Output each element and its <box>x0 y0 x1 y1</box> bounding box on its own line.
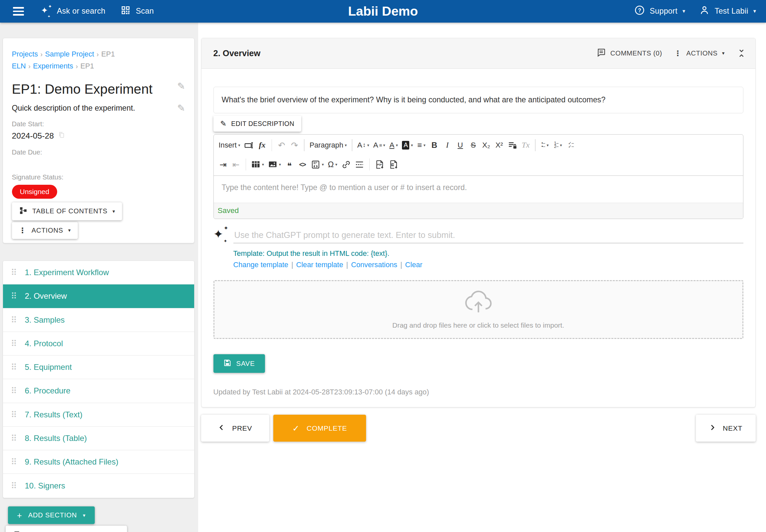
chevron-down-icon: ▾ <box>753 8 756 14</box>
section-item-4[interactable]: ⠿ 4. Protocol <box>3 332 194 356</box>
plus-icon: + <box>17 512 22 518</box>
user-menu[interactable]: Test Labii ▾ <box>699 5 756 18</box>
add-default-section-button[interactable]: ADD DEFAULT SECTION ▾ <box>6 526 127 532</box>
bulleted-list-dropdown[interactable]: •– •–▾ <box>539 137 552 153</box>
svg-text:?: ? <box>638 8 641 13</box>
edit-title-icon[interactable]: ✎ <box>177 81 185 92</box>
drag-handle-icon[interactable]: ⠿ <box>3 291 25 301</box>
drag-handle-icon[interactable]: ⠿ <box>3 457 25 467</box>
indent-icon[interactable]: ⇥ <box>217 157 230 172</box>
breadcrumb-eln[interactable]: ELN <box>12 62 26 70</box>
section-item-8[interactable]: ⠿ 8. Results (Table) <box>3 427 194 450</box>
chevron-down-icon: ▾ <box>83 512 85 518</box>
editor-content[interactable]: Type the content here! Type @ to mention… <box>214 176 743 203</box>
insert-table-dropdown[interactable]: ▾ <box>249 157 266 172</box>
code-block-dropdown[interactable]: ▾ <box>309 157 326 172</box>
breadcrumb-current: EP1 <box>101 50 115 58</box>
breadcrumb-sample-project[interactable]: Sample Project <box>45 50 94 58</box>
insert-image-dropdown[interactable]: ▾ <box>266 157 283 172</box>
superscript-icon[interactable]: X² <box>493 137 506 153</box>
strikethrough-icon[interactable]: S <box>467 137 480 153</box>
next-label: NEXT <box>723 424 742 432</box>
section-item-3[interactable]: ⠿ 3. Samples <box>3 308 194 332</box>
math-formula-icon[interactable]: fx <box>256 137 269 153</box>
clear-link[interactable]: Clear <box>405 261 423 269</box>
chevron-left-icon <box>218 424 225 433</box>
scan-button[interactable]: Scan <box>120 5 154 18</box>
block-quote-icon[interactable]: ❝ <box>283 157 296 172</box>
file-dropzone[interactable]: Drag and drop files here or click to sel… <box>213 280 743 339</box>
prev-label: PREV <box>232 424 252 432</box>
inline-code-icon[interactable]: <> <box>296 157 309 172</box>
breadcrumb-projects[interactable]: Projects <box>12 50 38 58</box>
export-pdf-icon[interactable]: PDF <box>373 157 387 172</box>
remove-format-icon[interactable]: Tx <box>519 137 532 153</box>
outdent-icon[interactable]: ⇤ <box>230 157 243 172</box>
updated-info: Updated by Test Labii at 2024-05-28T23:0… <box>213 388 743 396</box>
section-actions-button[interactable]: ⋮ ACTIONS ▾ <box>674 49 725 58</box>
add-section-button[interactable]: + ADD SECTION ▾ <box>8 506 95 524</box>
section-item-1[interactable]: ⠿ 1. Experiment Workflow <box>3 261 194 284</box>
restricted-editing-icon[interactable] <box>506 137 519 153</box>
drag-handle-icon[interactable]: ⠿ <box>3 339 25 349</box>
section-item-10[interactable]: ⠿ 10. Signers <box>3 474 194 497</box>
paragraph-dropdown[interactable]: Paragraph▾ <box>307 137 349 153</box>
chatgpt-prompt-input[interactable] <box>233 227 743 243</box>
insert-field-icon[interactable] <box>242 137 256 153</box>
breadcrumb-current: EP1 <box>80 62 94 70</box>
font-color-dropdown[interactable]: A▾ <box>387 137 400 153</box>
chevron-down-icon: ▾ <box>68 227 71 233</box>
redo-icon[interactable]: ↷ <box>288 137 301 153</box>
complete-button[interactable]: ✓ COMPLETE <box>273 415 366 442</box>
change-template-link[interactable]: Change template <box>233 261 288 269</box>
ask-or-search-button[interactable]: ✦ ✦ ✦ Ask or search <box>41 5 105 17</box>
section-item-7[interactable]: ⠿ 7. Results (Text) <box>3 403 194 427</box>
undo-icon[interactable]: ↶ <box>275 137 288 153</box>
support-menu[interactable]: ? Support ▾ <box>634 5 685 18</box>
italic-icon[interactable]: I <box>441 137 454 153</box>
comments-button[interactable]: COMMENTS (0) <box>597 48 662 58</box>
bold-icon[interactable]: B <box>428 137 441 153</box>
table-of-contents-button[interactable]: TABLE OF CONTENTS ▾ <box>12 202 122 221</box>
sidebar-actions-button[interactable]: ⋮ ACTIONS ▾ <box>12 222 78 239</box>
special-characters-dropdown[interactable]: Ω▾ <box>326 157 339 172</box>
drag-handle-icon[interactable]: ⠿ <box>3 386 25 396</box>
clear-template-link[interactable]: Clear template <box>296 261 343 269</box>
cloud-upload-icon <box>463 289 494 316</box>
next-button[interactable]: NEXT <box>696 415 756 442</box>
section-item-9[interactable]: ⠿ 9. Results (Attached Files) <box>3 450 194 474</box>
font-family-dropdown[interactable]: A≡▾ <box>371 137 387 153</box>
conversations-link[interactable]: Conversations <box>351 261 397 269</box>
drag-handle-icon[interactable]: ⠿ <box>3 315 25 325</box>
section-item-2-active[interactable]: ⠿ 2. Overview <box>3 284 194 308</box>
drag-handle-icon[interactable]: ⠿ <box>3 410 25 420</box>
save-button[interactable]: SAVE <box>213 354 265 373</box>
export-word-icon[interactable]: W <box>387 157 401 172</box>
section-item-5[interactable]: ⠿ 5. Equipment <box>3 356 194 379</box>
numbered-list-dropdown[interactable]: 1– 2–▾ <box>552 137 565 153</box>
section-item-6[interactable]: ⠿ 6. Procedure <box>3 379 194 403</box>
edit-description-label: EDIT DESCRIPTION <box>231 120 294 128</box>
drag-handle-icon[interactable]: ⠿ <box>3 433 25 443</box>
ai-template-line[interactable]: Template: Output the result in HTML code… <box>233 249 743 258</box>
font-size-dropdown[interactable]: A↕▾ <box>355 137 371 153</box>
underline-icon[interactable]: U <box>454 137 467 153</box>
edit-description-icon[interactable]: ✎ <box>177 103 185 114</box>
menu-button[interactable] <box>11 5 26 18</box>
alignment-dropdown[interactable]: ≡▾ <box>415 137 428 153</box>
link-icon[interactable] <box>339 157 353 172</box>
drag-handle-icon[interactable]: ⠿ <box>3 481 25 491</box>
drag-handle-icon[interactable]: ⠿ <box>3 267 25 277</box>
drag-handle-icon[interactable]: ⠿ <box>3 362 25 372</box>
edit-description-button[interactable]: ✎ EDIT DESCRIPTION <box>213 116 301 132</box>
breadcrumb-experiments[interactable]: Experiments <box>33 62 73 70</box>
font-background-dropdown[interactable]: A▾ <box>400 137 415 153</box>
subscript-icon[interactable]: X₂ <box>480 137 493 153</box>
collapse-icon[interactable] <box>737 49 746 58</box>
page-break-icon[interactable] <box>353 157 366 172</box>
todo-list-icon[interactable]: ✓– ✓– <box>565 137 578 153</box>
prev-button[interactable]: PREV <box>201 415 270 442</box>
insert-dropdown[interactable]: Insert▾ <box>217 137 242 153</box>
experiment-description: Quick description of the experiment. <box>12 103 135 114</box>
copy-icon[interactable] <box>58 130 65 142</box>
